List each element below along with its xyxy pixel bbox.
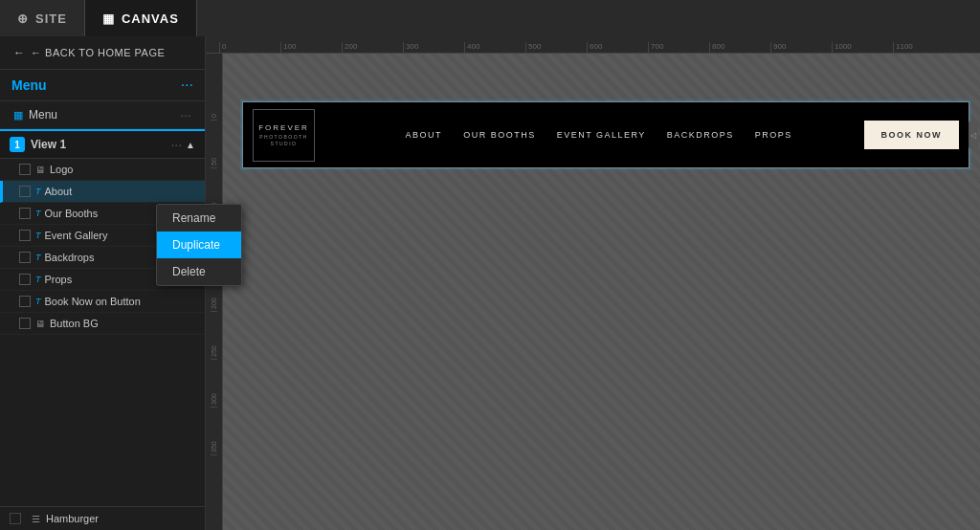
layer-checkbox[interactable] bbox=[10, 513, 21, 524]
ruler-mark: 0 bbox=[219, 42, 280, 53]
layer-name: Logo bbox=[50, 164, 73, 175]
layer-name: Event Gallery bbox=[45, 230, 108, 241]
monitor-icon: 🖥 bbox=[35, 319, 45, 329]
logo-main-text: FOREVER bbox=[258, 122, 309, 133]
view-label: View 1 bbox=[31, 138, 66, 151]
canvas-tab[interactable]: ▦ CANVAS bbox=[85, 0, 197, 36]
text-type-icon: T bbox=[35, 297, 41, 306]
back-arrow-icon: ← bbox=[13, 46, 25, 59]
text-type-icon: T bbox=[35, 187, 41, 196]
logo-sub-text: PHOTOBOOTH STUDIO bbox=[254, 134, 314, 147]
ruler-left: 0 50 100 150 200 250 300 350 bbox=[206, 54, 223, 530]
layer-checkbox[interactable] bbox=[19, 230, 31, 241]
context-duplicate[interactable]: Duplicate bbox=[157, 232, 241, 258]
layer-name: Book Now on Button bbox=[45, 296, 141, 307]
ruler-mark: 700 bbox=[648, 42, 709, 53]
navigation-bar: FOREVER PHOTOBOOTH STUDIO ABOUT OUR BOOT… bbox=[243, 102, 969, 167]
menu-section-title: Menu bbox=[11, 77, 47, 93]
text-type-icon: T bbox=[35, 253, 41, 262]
layer-item[interactable]: 🖥 Button BG bbox=[0, 313, 205, 335]
hamburger-label: Hamburger bbox=[46, 513, 99, 524]
website-preview: FOREVER PHOTOBOOTH STUDIO ABOUT OUR BOOT… bbox=[242, 101, 969, 168]
book-now-button[interactable]: BOOK NOW bbox=[864, 121, 960, 149]
ruler-top: 0 100 200 300 400 500 600 700 800 900 10… bbox=[206, 36, 980, 54]
nav-link-gallery[interactable]: EVENT GALLERY bbox=[557, 130, 646, 140]
canvas-area: 0 100 200 300 400 500 600 700 800 900 10… bbox=[206, 36, 980, 530]
sidebar: ← ← BACK TO HOME PAGE Menu ··· ▦ Menu ··… bbox=[0, 36, 206, 530]
layer-list: 🖥 Logo T About Rename Duplicate Delete T bbox=[0, 159, 205, 335]
ruler-left-mark: 300 bbox=[211, 360, 217, 408]
menu-item-label: Menu bbox=[29, 108, 57, 121]
nav-links: ABOUT OUR BOOTHS EVENT GALLERY BACKDROPS… bbox=[334, 130, 864, 140]
ruler-left-mark: 0 bbox=[211, 73, 217, 121]
layer-checkbox[interactable] bbox=[19, 318, 31, 329]
layer-name: Props bbox=[45, 274, 73, 285]
layer-name: About bbox=[45, 186, 73, 197]
ruler-mark: 1100 bbox=[893, 42, 954, 53]
ruler-mark: 1000 bbox=[832, 42, 893, 53]
layer-checkbox[interactable] bbox=[19, 208, 31, 219]
nav-link-backdrops[interactable]: BACKDROPS bbox=[667, 130, 734, 140]
nav-link-about[interactable]: ABOUT bbox=[406, 130, 443, 140]
logo-box: FOREVER PHOTOBOOTH STUDIO bbox=[253, 109, 315, 162]
menu-section-dots[interactable]: ··· bbox=[181, 77, 193, 93]
layer-checkbox[interactable] bbox=[19, 186, 31, 197]
text-type-icon: T bbox=[35, 209, 41, 218]
canvas-content[interactable]: 0 50 100 150 200 250 300 350 FOREVER P bbox=[206, 54, 980, 530]
main-layout: ← ← BACK TO HOME PAGE Menu ··· ▦ Menu ··… bbox=[0, 36, 980, 530]
ruler-mark: 300 bbox=[403, 42, 464, 53]
view-header: 1 View 1 ··· ▲ bbox=[0, 129, 205, 159]
layer-name: Our Booths bbox=[45, 208, 99, 219]
ruler-mark: 900 bbox=[770, 42, 832, 53]
view-collapse-icon[interactable]: ▲ bbox=[186, 140, 195, 150]
menu-item-row[interactable]: ▦ Menu ··· bbox=[0, 101, 205, 129]
context-menu: Rename Duplicate Delete bbox=[156, 204, 242, 286]
ruler-mark: 800 bbox=[709, 42, 770, 53]
layer-item[interactable]: T About Rename Duplicate Delete bbox=[0, 181, 205, 203]
canvas-icon: ▦ bbox=[102, 11, 115, 26]
nav-link-props[interactable]: PROPS bbox=[755, 130, 792, 140]
resize-handle[interactable] bbox=[969, 121, 978, 149]
layer-checkbox[interactable] bbox=[19, 274, 31, 285]
site-tab[interactable]: ⊕ SITE bbox=[0, 0, 85, 36]
ruler-mark: 600 bbox=[587, 42, 648, 53]
ruler-mark: 100 bbox=[280, 42, 342, 53]
site-globe-icon: ⊕ bbox=[17, 11, 29, 26]
ruler-marks: 0 100 200 300 400 500 600 700 800 900 10… bbox=[206, 36, 954, 53]
layer-checkbox[interactable] bbox=[19, 296, 31, 307]
monitor-icon: 🖥 bbox=[35, 165, 45, 175]
view-number: 1 bbox=[10, 137, 25, 152]
site-tab-label: SITE bbox=[35, 11, 67, 26]
view-dots[interactable]: ··· bbox=[170, 137, 182, 152]
layer-checkbox[interactable] bbox=[19, 252, 31, 263]
layer-name: Button BG bbox=[50, 318, 99, 329]
ruler-mark: 200 bbox=[342, 42, 403, 53]
ruler-left-mark: 250 bbox=[211, 312, 217, 360]
layer-item[interactable]: 🖥 Logo bbox=[0, 159, 205, 181]
context-delete[interactable]: Delete bbox=[157, 258, 241, 285]
menu-section-header: Menu ··· bbox=[0, 70, 205, 101]
menu-item-dots[interactable]: ··· bbox=[180, 107, 191, 122]
context-rename[interactable]: Rename bbox=[157, 205, 241, 232]
text-type-icon: T bbox=[35, 231, 41, 240]
layer-item[interactable]: T Book Now on Button bbox=[0, 291, 205, 313]
sidebar-bottom: ☰ Hamburger bbox=[0, 506, 205, 530]
top-bar: ⊕ SITE ▦ CANVAS bbox=[0, 0, 980, 36]
layer-name: Backdrops bbox=[45, 252, 95, 263]
canvas-workspace[interactable]: FOREVER PHOTOBOOTH STUDIO ABOUT OUR BOOT… bbox=[223, 54, 980, 530]
back-button[interactable]: ← ← BACK TO HOME PAGE bbox=[0, 36, 205, 70]
nav-link-booths[interactable]: OUR BOOTHS bbox=[463, 130, 536, 140]
ruler-mark: 400 bbox=[464, 42, 525, 53]
ruler-left-mark: 50 bbox=[211, 121, 217, 168]
menu-icon: ▦ bbox=[13, 109, 23, 121]
text-type-icon: T bbox=[35, 275, 41, 284]
hamburger-icon: ☰ bbox=[32, 514, 40, 524]
layer-checkbox[interactable] bbox=[19, 164, 31, 175]
ruler-left-mark: 350 bbox=[211, 408, 217, 455]
canvas-tab-label: CANVAS bbox=[122, 11, 179, 26]
ruler-mark: 500 bbox=[525, 42, 587, 53]
